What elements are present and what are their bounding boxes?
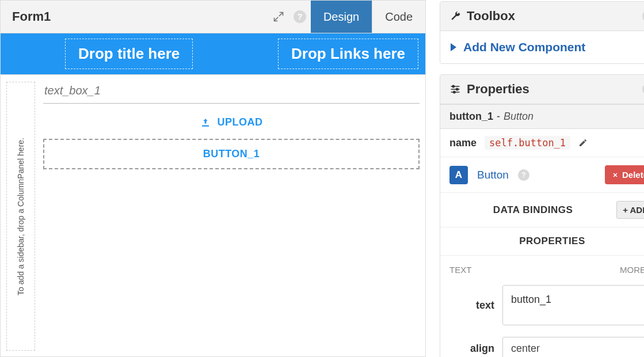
textbox-component[interactable] — [43, 82, 420, 104]
close-icon — [612, 172, 619, 178]
sidebar-drop-zone[interactable]: To add a sidebar, drop a ColumnPanel her… — [6, 82, 35, 351]
form-title: Form1 — [1, 1, 270, 33]
form-header: Form1 ? Design Code — [0, 0, 426, 33]
more-toggle[interactable]: MORE — [620, 265, 644, 275]
align-field-select[interactable]: center — [502, 337, 644, 357]
edit-name-icon[interactable] — [578, 138, 588, 147]
component-type-icon: A — [449, 166, 468, 184]
wrench-icon — [449, 10, 461, 22]
drop-links-zone[interactable]: Drop Links here — [278, 39, 418, 69]
delete-label: Delete — [622, 170, 644, 180]
button-component-label: BUTTON_1 — [203, 148, 260, 160]
delete-button[interactable]: Delete — [605, 165, 644, 184]
add-binding-button[interactable]: + ADD — [616, 201, 644, 219]
name-label: name — [449, 137, 477, 149]
svg-point-4 — [452, 85, 454, 87]
name-value: self.button_1 — [485, 136, 570, 150]
tab-code[interactable]: Code — [372, 1, 425, 33]
properties-panel: Properties ? button_1 - Button ▼ name se… — [440, 74, 644, 357]
app-bar: Drop title here Drop Links here — [1, 33, 425, 75]
help-icon[interactable]: ? — [518, 169, 529, 181]
upload-label: UPLOAD — [218, 116, 263, 128]
sliders-icon — [449, 83, 461, 95]
chevron-right-icon — [451, 43, 456, 51]
selected-component-type: Button — [504, 111, 534, 123]
svg-point-6 — [454, 91, 455, 93]
selected-component-name: button_1 — [449, 111, 493, 123]
add-new-label: Add New Component — [463, 40, 585, 54]
data-bindings-header: DATA BINDINGS — [449, 204, 616, 216]
tab-design[interactable]: Design — [311, 1, 372, 33]
text-group-label: TEXT — [449, 265, 471, 275]
text-field-label: text — [449, 299, 494, 312]
properties-title: Properties — [467, 82, 637, 97]
toolbox-title: Toolbox — [467, 9, 637, 24]
sidebar-hint-label: To add a sidebar, drop a ColumnPanel her… — [16, 138, 25, 295]
button-component-selected[interactable]: BUTTON_1 — [43, 139, 420, 169]
upload-icon — [200, 117, 211, 128]
design-canvas: Drop title here Drop Links here To add a… — [0, 33, 426, 357]
svg-point-5 — [456, 88, 458, 90]
align-field-label: align — [449, 343, 494, 355]
expand-icon[interactable] — [270, 9, 287, 25]
svg-rect-0 — [202, 125, 209, 126]
help-icon[interactable]: ? — [294, 10, 306, 23]
drop-title-zone[interactable]: Drop title here — [65, 39, 193, 69]
component-selector-dropdown[interactable]: button_1 - Button ▼ — [440, 104, 644, 129]
upload-component[interactable]: UPLOAD — [43, 104, 420, 139]
add-new-component-button[interactable]: Add New Component — [451, 40, 644, 54]
text-field-input[interactable] — [502, 285, 644, 325]
component-type-link[interactable]: Button — [477, 169, 509, 181]
toolbox-panel: Toolbox ? Add New Component — [440, 1, 644, 64]
properties-section-header: PROPERTIES — [449, 236, 644, 247]
